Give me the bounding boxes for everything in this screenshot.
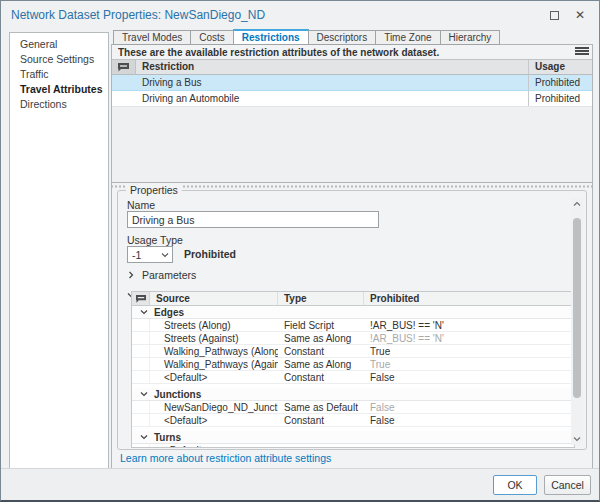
tab-hierarchy[interactable]: Hierarchy	[440, 30, 501, 45]
evaluator-value: !AR_BUS! == 'N'	[364, 319, 574, 331]
group-row-junctions[interactable]: Junctions	[132, 388, 574, 401]
group-label: Edges	[154, 306, 184, 319]
row-icon-cell	[132, 414, 150, 426]
column-header-source[interactable]: Source	[150, 292, 278, 305]
evaluator-value	[364, 444, 574, 448]
row-icon-cell	[132, 358, 150, 370]
tab-costs[interactable]: Costs	[190, 30, 233, 45]
description-row: These are the available restriction attr…	[112, 45, 592, 59]
group-row-edges[interactable]: Edges	[132, 306, 574, 319]
sidebar-item-general[interactable]: General	[10, 37, 108, 52]
evaluator-row-clipped[interactable]: <Default>	[132, 444, 574, 448]
row-icon-cell	[132, 401, 150, 413]
chevron-down-icon	[140, 433, 148, 441]
evaluator-row[interactable]: Streets (Against) Same as Along !AR_BUS!…	[132, 332, 574, 345]
evaluators-table-header: Source Type Prohibited	[132, 292, 574, 306]
evaluator-type: Same as Default	[278, 401, 364, 413]
evaluator-source: NewSanDiego_ND_Junctions	[150, 401, 278, 413]
chevron-down-icon	[140, 308, 148, 316]
evaluators-table: Source Type Prohibited Edges Streets (Al…	[131, 291, 575, 448]
column-header-prohibited[interactable]: Prohibited	[364, 292, 574, 305]
cancel-button[interactable]: Cancel	[544, 475, 591, 495]
group-label: Turns	[154, 431, 181, 444]
sidebar-item-source-settings[interactable]: Source Settings	[10, 52, 108, 67]
ok-button[interactable]: OK	[493, 475, 537, 495]
table-row-driving-a-bus[interactable]: Driving a Bus Prohibited	[112, 75, 592, 91]
sidebar: General Source Settings Traffic Travel A…	[9, 32, 109, 469]
dialog-footer: OK Cancel	[1, 468, 599, 500]
restriction-usage: Prohibited	[528, 91, 592, 106]
column-header-usage[interactable]: Usage	[528, 60, 592, 75]
tab-restrictions[interactable]: Restrictions	[233, 29, 309, 45]
evaluator-value: True	[364, 345, 574, 357]
group-row-turns[interactable]: Turns	[132, 431, 574, 444]
close-button[interactable]: ✕	[569, 6, 591, 24]
menu-icon[interactable]	[575, 46, 589, 58]
tab-descriptors[interactable]: Descriptors	[309, 30, 376, 45]
properties-scrollbar[interactable]	[571, 198, 583, 445]
maximize-button[interactable]	[543, 6, 565, 24]
scroll-up-icon[interactable]	[571, 198, 583, 210]
properties-legend: Properties	[126, 184, 182, 196]
evaluator-source: <Default>	[150, 371, 278, 383]
evaluator-type: Field Script	[278, 319, 364, 331]
tab-travel-modes[interactable]: Travel Modes	[113, 30, 190, 45]
column-header-type[interactable]: Type	[278, 292, 364, 305]
evaluator-value: True	[364, 358, 574, 370]
usage-type-text: Prohibited	[184, 248, 236, 260]
usage-type-label: Usage Type	[127, 234, 183, 246]
restriction-name: Driving a Bus	[136, 75, 528, 90]
sidebar-item-traffic[interactable]: Traffic	[10, 67, 108, 82]
titlebar: Network Dataset Properties: NewSanDiego_…	[1, 1, 599, 29]
evaluator-comment-icon	[112, 60, 136, 75]
restriction-usage: Prohibited	[528, 75, 592, 90]
row-icon-cell	[132, 371, 150, 383]
tab-strip: Travel Modes Costs Restrictions Descript…	[113, 30, 500, 45]
tab-time-zone[interactable]: Time Zone	[375, 30, 439, 45]
restrictions-panel: These are the available restriction attr…	[111, 44, 593, 469]
scroll-down-icon[interactable]	[571, 433, 583, 445]
evaluator-row[interactable]: Walking_Pathways (Against) Same as Along…	[132, 358, 574, 371]
restriction-name: Driving an Automobile	[136, 91, 528, 106]
network-dataset-properties-dialog: Network Dataset Properties: NewSanDiego_…	[0, 0, 600, 502]
parameters-expander[interactable]: Parameters	[127, 269, 196, 281]
evaluator-source: Streets (Along)	[150, 319, 278, 331]
evaluator-row[interactable]: Walking_Pathways (Along) Constant True	[132, 345, 574, 358]
chevron-down-icon	[161, 251, 169, 259]
evaluator-value: False	[364, 414, 574, 426]
restrictions-table: Restriction Usage Driving a Bus Prohibit…	[112, 59, 592, 183]
row-icon-cell	[132, 319, 150, 331]
chevron-right-icon	[127, 271, 135, 279]
usage-type-value: -1	[132, 249, 141, 261]
evaluator-type: Constant	[278, 345, 364, 357]
group-label: Junctions	[154, 388, 201, 401]
sidebar-item-directions[interactable]: Directions	[10, 97, 108, 112]
column-header-restriction[interactable]: Restriction	[136, 60, 528, 75]
chevron-down-icon	[140, 390, 148, 398]
evaluator-source: <Default>	[150, 414, 278, 426]
parameters-label: Parameters	[142, 269, 196, 281]
evaluator-row[interactable]: NewSanDiego_ND_Junctions Same as Default…	[132, 401, 574, 414]
name-field[interactable]	[127, 211, 379, 228]
learn-more-link[interactable]: Learn more about restriction attribute s…	[120, 452, 331, 464]
evaluator-value: !AR_BUS! == 'N'	[364, 332, 574, 344]
evaluator-type: Same as Along	[278, 358, 364, 370]
row-icon-cell	[112, 75, 136, 90]
name-label: Name	[127, 199, 155, 211]
evaluator-row[interactable]: Streets (Along) Field Script !AR_BUS! ==…	[132, 319, 574, 332]
table-row-driving-an-automobile[interactable]: Driving an Automobile Prohibited	[112, 91, 592, 107]
evaluator-type: Constant	[278, 414, 364, 426]
scrollbar-thumb[interactable]	[573, 218, 581, 398]
evaluator-type: Constant	[278, 371, 364, 383]
close-icon: ✕	[575, 9, 585, 21]
maximize-icon	[550, 11, 559, 20]
evaluator-row[interactable]: <Default> Constant False	[132, 371, 574, 384]
usage-type-select[interactable]: -1	[127, 246, 173, 263]
sidebar-item-travel-attributes[interactable]: Travel Attributes	[10, 82, 108, 97]
evaluator-type: Same as Along	[278, 332, 364, 344]
evaluator-comment-icon	[132, 292, 150, 305]
splitter-handle[interactable]	[112, 184, 592, 189]
evaluator-source: Streets (Against)	[150, 332, 278, 344]
evaluator-source: <Default>	[150, 444, 278, 448]
evaluator-row[interactable]: <Default> Constant False	[132, 414, 574, 427]
